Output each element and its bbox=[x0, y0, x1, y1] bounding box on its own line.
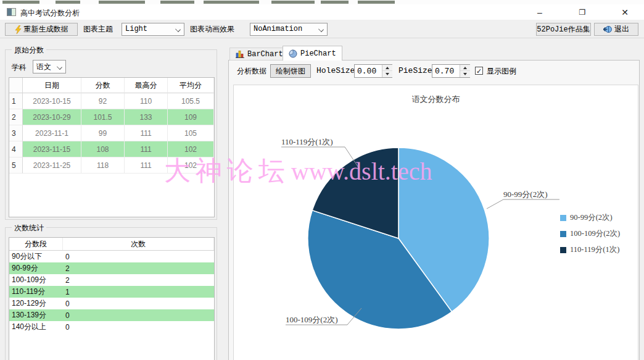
cell-avg: 109 bbox=[168, 109, 214, 125]
show-legend-label: 显示图例 bbox=[487, 64, 516, 78]
cell-score: 92 bbox=[81, 93, 125, 109]
legend-label: 110-119分(1次) bbox=[570, 245, 619, 255]
cell-score: 108 bbox=[81, 141, 125, 157]
cell-max: 111 bbox=[125, 157, 168, 174]
col-header-score[interactable]: 分数 bbox=[81, 78, 125, 93]
cell-count: 0 bbox=[63, 298, 214, 309]
col-header-avg[interactable]: 平均分 bbox=[168, 78, 214, 93]
exit-button[interactable]: 退出 bbox=[594, 23, 638, 36]
theme-combobox[interactable]: Light bbox=[122, 23, 184, 36]
subject-label: 学科 bbox=[12, 61, 27, 74]
cell-date: 2023-11-1 bbox=[23, 125, 81, 141]
cell-count: 0 bbox=[63, 251, 214, 262]
col-header-date[interactable]: 日期 bbox=[23, 78, 81, 93]
cell-avg: 102 bbox=[168, 141, 214, 157]
legend-swatch bbox=[560, 247, 566, 253]
count-stats-groupbox: 次数统计 分数段 次数 90分以下 0 90-99分 2 100-109分 2 … bbox=[5, 227, 217, 360]
regenerate-data-label: 重新生成数据 bbox=[24, 24, 68, 35]
table-row[interactable]: 90分以下 0 bbox=[9, 251, 214, 262]
tab-piechart-label: PieChart bbox=[300, 49, 336, 58]
cell-range: 90分以下 bbox=[9, 251, 63, 262]
col-header-count[interactable]: 次数 bbox=[63, 238, 214, 250]
piesize-spinbox[interactable]: 0.70 bbox=[432, 64, 470, 78]
tab-piechart[interactable]: PieChart bbox=[283, 46, 342, 61]
legend-item[interactable]: 110-119分(1次) bbox=[560, 245, 620, 255]
maximize-button[interactable]: ❐ bbox=[564, 4, 600, 20]
app-window: 高中考试分数分析 – ❐ ✕ 重新生成数据 图表主题 Light 图表动画效果 … bbox=[0, 0, 644, 360]
pie-chart-frame: 语文分数分布 110-119分(1次) 90-99分(2次) 100-109分(… bbox=[233, 85, 638, 360]
cell-count: 2 bbox=[63, 262, 214, 274]
count-stats-title: 次数统计 bbox=[12, 223, 46, 233]
minimize-button[interactable]: – bbox=[522, 4, 558, 20]
close-button[interactable]: ✕ bbox=[607, 4, 643, 20]
table-row[interactable]: 120-129分 0 bbox=[9, 298, 214, 309]
table-row[interactable]: 1 2023-10-15 92 110 105.5 bbox=[9, 93, 214, 109]
holesize-spinbox[interactable]: 0.00 bbox=[354, 64, 392, 78]
cell-date: 2023-10-29 bbox=[23, 109, 81, 125]
cell-score: 118 bbox=[81, 157, 125, 174]
show-legend-checkbox[interactable]: ✓ bbox=[475, 67, 483, 75]
callout-line bbox=[487, 199, 559, 209]
animation-value: NoAnimation bbox=[254, 23, 302, 35]
cell-range: 120-129分 bbox=[9, 298, 63, 309]
collection-button[interactable]: 52PoJie作品集 bbox=[536, 23, 591, 36]
spin-down-button[interactable] bbox=[460, 71, 470, 77]
callout-label-100-109: 100-109分(2次) bbox=[286, 314, 338, 325]
legend-item[interactable]: 90-99分(2次) bbox=[560, 212, 620, 223]
exit-icon bbox=[603, 25, 612, 33]
callout-label-90-99: 90-99分(2次) bbox=[503, 189, 548, 200]
cell-max: 110 bbox=[125, 93, 168, 109]
background-page-sliver bbox=[0, 0, 644, 4]
lightning-icon bbox=[15, 25, 22, 34]
animation-label: 图表动画效果 bbox=[190, 23, 234, 36]
table-row[interactable]: 140分以上 0 bbox=[9, 321, 214, 333]
legend-swatch bbox=[560, 231, 566, 237]
app-icon bbox=[7, 8, 16, 16]
cell-range: 100-109分 bbox=[9, 274, 63, 286]
cell-avg: 102 bbox=[168, 157, 214, 174]
table-row[interactable]: 2 2023-10-29 101.5 133 109 bbox=[9, 109, 214, 125]
table-row[interactable]: 3 2023-11-1 99 111 105 bbox=[9, 125, 214, 141]
cell-range: 130-139分 bbox=[9, 309, 63, 321]
cell-avg: 105 bbox=[168, 125, 214, 141]
spin-up-button[interactable] bbox=[382, 65, 392, 71]
table-row[interactable]: 90-99分 2 bbox=[9, 262, 214, 274]
legend-swatch bbox=[560, 215, 566, 221]
cell-count: 1 bbox=[63, 286, 214, 298]
row-number: 4 bbox=[9, 141, 23, 157]
callout-label-110-119: 110-119分(1次) bbox=[281, 136, 333, 148]
legend-item[interactable]: 100-109分(2次) bbox=[560, 228, 620, 239]
draw-pie-button[interactable]: 绘制饼图 bbox=[270, 64, 311, 78]
holesize-label: HoleSize bbox=[316, 64, 355, 78]
table-row[interactable]: 5 2023-11-25 118 111 102 bbox=[9, 157, 214, 174]
table-row[interactable]: 130-139分 0 bbox=[9, 309, 214, 321]
cell-count: 0 bbox=[63, 309, 214, 321]
cell-score: 101.5 bbox=[81, 109, 125, 125]
table-row[interactable]: 4 2023-11-15 108 111 102 bbox=[9, 141, 214, 157]
cell-avg: 105.5 bbox=[168, 93, 214, 109]
table-row[interactable]: 100-109分 2 bbox=[9, 274, 214, 286]
subject-combobox[interactable]: 语文 bbox=[33, 60, 66, 73]
cell-range: 110-119分 bbox=[9, 286, 63, 298]
tab-barchart[interactable]: BarChart bbox=[229, 48, 289, 61]
table-row[interactable]: 110-119分 1 bbox=[9, 286, 214, 298]
col-header-range[interactable]: 分数段 bbox=[9, 238, 63, 250]
spin-up-button[interactable] bbox=[460, 65, 470, 71]
cell-max: 111 bbox=[125, 141, 168, 157]
piesize-value: 0.70 bbox=[435, 65, 454, 77]
toolbar: 重新生成数据 图表主题 Light 图表动画效果 NoAnimation 52P… bbox=[0, 20, 644, 38]
bar-chart-icon bbox=[236, 50, 244, 58]
animation-combobox[interactable]: NoAnimation bbox=[250, 23, 328, 36]
theme-label: 图表主题 bbox=[83, 23, 113, 36]
piesize-label: PieSize bbox=[398, 64, 432, 78]
spin-down-button[interactable] bbox=[382, 71, 392, 77]
exit-label: 退出 bbox=[614, 24, 629, 35]
window-title: 高中考试分数分析 bbox=[20, 8, 80, 19]
row-number: 3 bbox=[9, 125, 23, 141]
theme-value: Light bbox=[125, 23, 147, 35]
regenerate-data-button[interactable]: 重新生成数据 bbox=[5, 23, 78, 36]
cell-date: 2023-11-25 bbox=[23, 157, 81, 174]
chevron-down-icon bbox=[318, 27, 324, 32]
col-header-max[interactable]: 最高分 bbox=[125, 78, 168, 93]
analyze-data-label: 分析数据 bbox=[237, 64, 266, 78]
